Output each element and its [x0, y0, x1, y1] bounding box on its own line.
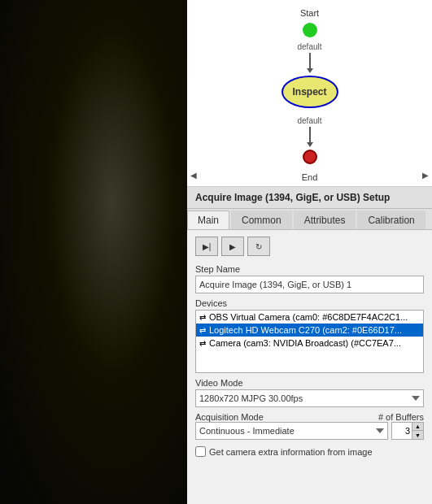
devices-label: Devices [195, 298, 424, 308]
end-node [303, 150, 317, 164]
right-panel: Start default Inspect default End ◀ ▶ Ac… [187, 0, 432, 504]
arrow-1 [309, 53, 311, 69]
inspect-label: Inspect [292, 86, 326, 98]
spinner-down-button[interactable]: ▼ [412, 431, 423, 439]
config-panel: Acquire Image (1394, GigE, or USB) Setup… [187, 187, 432, 504]
buffers-spinner: ▲ ▼ [391, 422, 424, 440]
buffers-input[interactable] [392, 423, 412, 439]
device-text-0: OBS Virtual Camera (cam0: #6C8DE7F4AC2C1… [209, 312, 408, 322]
step-name-input[interactable] [195, 276, 424, 293]
inspect-node[interactable]: Inspect [281, 76, 338, 108]
camera-feed [0, 0, 187, 504]
scroll-right-icon[interactable]: ▶ [422, 171, 429, 180]
arrow-2 [309, 127, 311, 143]
extra-info-label: Get camera extra information from image [209, 447, 373, 457]
spinner-up-button[interactable]: ▲ [412, 423, 423, 431]
end-label: End [302, 172, 318, 182]
device-item-1[interactable]: ⇄ Logitech HD Webcam C270 (cam2: #0E66D1… [196, 324, 423, 337]
devices-list[interactable]: ⇄ OBS Virtual Camera (cam0: #6C8DE7F4AC2… [195, 310, 424, 373]
step-name-label: Step Name [195, 264, 424, 274]
device-icon-2: ⇄ [199, 339, 206, 348]
content-area: ▶| ▶ ↻ Step Name Devices ⇄ OBS Virtual C… [187, 230, 432, 504]
video-mode-select[interactable]: 1280x720 MJPG 30.00fps [195, 389, 424, 407]
default-label-2: default [297, 116, 321, 125]
device-icon-1: ⇄ [199, 326, 206, 335]
flow-diagram-area: Start default Inspect default End ◀ ▶ [187, 0, 432, 187]
start-label: Start [300, 8, 319, 18]
flow-diagram: Start default Inspect default End [261, 0, 359, 184]
tab-calibration[interactable]: Calibration [357, 211, 425, 229]
acq-select-wrapper: Continuous - Immediate [195, 422, 388, 440]
acq-mode-label: Acquisition Mode [195, 412, 264, 422]
camera-preview-panel [0, 0, 187, 504]
device-text-2: Camera (cam3: NVIDIA Broadcast) (#CC7EA7… [209, 338, 401, 348]
tab-attributes[interactable]: Attributes [294, 211, 356, 229]
tab-common[interactable]: Common [231, 211, 292, 229]
tab-bar: Main Common Attributes Calibration [187, 209, 432, 230]
default-label-1: default [297, 42, 321, 51]
acq-row: Continuous - Immediate ▲ ▼ [195, 422, 424, 440]
device-icon-0: ⇄ [199, 313, 206, 322]
scroll-left-icon[interactable]: ◀ [190, 171, 197, 180]
extra-info-checkbox[interactable] [195, 446, 206, 457]
refresh-button[interactable]: ↻ [247, 237, 270, 256]
spinner-buttons: ▲ ▼ [412, 423, 423, 439]
toolbar: ▶| ▶ ↻ [195, 237, 424, 256]
acq-headers: Acquisition Mode # of Buffers [195, 412, 424, 422]
device-text-1: Logitech HD Webcam C270 (cam2: #0E66D17.… [209, 325, 402, 335]
extra-info-checkbox-row: Get camera extra information from image [195, 446, 424, 457]
device-item-0[interactable]: ⇄ OBS Virtual Camera (cam0: #6C8DE7F4AC2… [196, 311, 423, 324]
video-mode-label: Video Mode [195, 378, 424, 388]
acq-buffers-label: # of Buffers [378, 412, 424, 422]
config-title: Acquire Image (1394, GigE, or USB) Setup [187, 187, 432, 209]
play-button[interactable]: ▶ [221, 237, 244, 256]
tab-main[interactable]: Main [187, 211, 229, 229]
device-item-2[interactable]: ⇄ Camera (cam3: NVIDIA Broadcast) (#CC7E… [196, 337, 423, 350]
start-node [303, 23, 317, 37]
acq-mode-select[interactable]: Continuous - Immediate [195, 422, 388, 440]
step-into-button[interactable]: ▶| [195, 237, 218, 256]
